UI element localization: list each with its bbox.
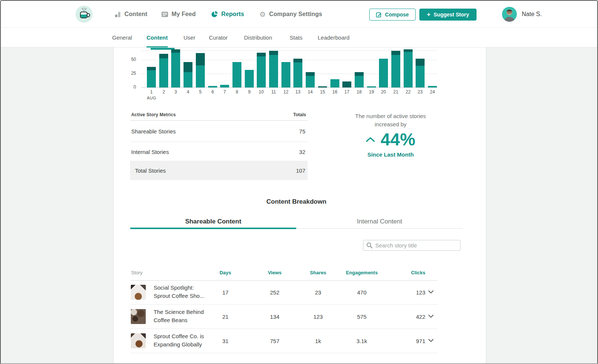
story-title: The Science BehindCoffee Beans xyxy=(154,308,204,324)
story-views: 757 xyxy=(260,329,290,353)
compose-button[interactable]: Compose xyxy=(369,9,416,21)
x-tick-label: 23 xyxy=(416,89,425,95)
x-tick-label: 6 xyxy=(208,89,217,95)
nav-item-my-feed[interactable]: My Feed xyxy=(161,1,196,28)
subtab-stats[interactable]: Stats xyxy=(290,28,302,47)
axis-baseline xyxy=(141,87,437,88)
reports-sub-navbar: General Content User Curator Distributio… xyxy=(1,28,598,47)
subtab-general[interactable]: General xyxy=(112,28,132,47)
subtab-user[interactable]: User xyxy=(184,28,195,47)
chevron-down-icon[interactable] xyxy=(428,290,434,294)
bar-day-2[interactable] xyxy=(159,54,168,87)
story-views: 134 xyxy=(260,305,290,329)
subtab-distribution[interactable]: Distribution xyxy=(244,28,272,47)
x-tick-label: 15 xyxy=(318,89,327,95)
tab-label: Shareable Content xyxy=(130,218,296,225)
bar-day-20[interactable] xyxy=(379,59,388,87)
x-tick-label: 12 xyxy=(281,89,290,95)
story-days: 21 xyxy=(210,305,240,329)
chevron-down-icon[interactable] xyxy=(428,314,434,318)
story-search-box xyxy=(363,240,460,251)
bar-day-15[interactable] xyxy=(318,86,327,87)
feed-icon xyxy=(161,12,168,17)
bar-day-21[interactable] xyxy=(391,51,400,87)
bar-day-23[interactable] xyxy=(416,59,425,87)
tab-shareable-content[interactable]: Shareable Content xyxy=(130,208,296,229)
user-name[interactable]: Nate S. xyxy=(522,11,542,18)
story-clicks: 123 xyxy=(388,280,425,305)
x-tick-label: 11 xyxy=(269,89,278,95)
stat-subtitle: Since Last Month xyxy=(335,151,447,158)
nav-item-content[interactable]: Content xyxy=(115,1,147,28)
brand-logo[interactable] xyxy=(75,6,93,23)
x-tick-label: 21 xyxy=(391,89,400,95)
content-breakdown-title: Content Breakdown xyxy=(130,198,463,206)
subtab-content[interactable]: Content xyxy=(147,28,168,47)
y-tick-label: 50 xyxy=(123,57,136,62)
story-title: Sprout Coffee Co. isExpanding Globally xyxy=(154,332,204,349)
metric-total-value: 107 xyxy=(296,167,305,174)
story-table-row[interactable]: Social Spotlight:Sprout Coffee Sho... 17… xyxy=(130,280,437,305)
bar-day-3[interactable] xyxy=(171,49,180,87)
divider xyxy=(130,142,308,142)
story-thumbnail xyxy=(131,309,146,324)
compose-icon xyxy=(376,12,382,18)
x-tick-label: 22 xyxy=(404,89,413,95)
bar-day-6[interactable] xyxy=(208,86,217,87)
bar-day-16[interactable] xyxy=(330,79,339,87)
search-input[interactable] xyxy=(375,242,460,249)
bar-day-13[interactable] xyxy=(293,59,302,87)
chevron-down-icon[interactable] xyxy=(428,339,434,342)
nav-label: Reports xyxy=(221,11,244,18)
x-axis-month-label: AUG xyxy=(147,96,156,100)
bar-day-4[interactable] xyxy=(184,62,192,87)
x-tick-label: 16 xyxy=(330,89,339,95)
metrics-total-row: Total Stories 107 xyxy=(130,161,308,180)
x-tick-label: 14 xyxy=(306,89,315,95)
nav-label: My Feed xyxy=(172,11,196,18)
metric-row-value: 32 xyxy=(299,149,305,155)
bar-day-8[interactable] xyxy=(232,62,241,87)
divider xyxy=(130,120,308,121)
x-tick-label: 18 xyxy=(355,89,364,95)
nav-item-reports[interactable]: Reports xyxy=(211,1,244,28)
metrics-totals-header: Totals xyxy=(293,112,306,117)
bar-day-11[interactable] xyxy=(269,51,278,87)
bar-day-12[interactable] xyxy=(281,62,290,87)
pie-chart-icon xyxy=(211,11,218,18)
story-engagements: 575 xyxy=(336,305,388,329)
x-tick-label: 7 xyxy=(220,89,229,95)
metric-row-value: 75 xyxy=(299,128,305,135)
x-tick-label: 9 xyxy=(245,89,254,95)
bar-day-1[interactable] xyxy=(147,67,156,87)
bar-day-19[interactable] xyxy=(367,86,376,87)
story-clicks: 422 xyxy=(388,305,425,329)
bar-day-24[interactable] xyxy=(428,86,437,87)
suggest-story-button[interactable]: + Suggest Story xyxy=(419,9,477,21)
subtab-curator[interactable]: Curator xyxy=(209,28,228,47)
nav-item-company-settings[interactable]: ⚙ Company Settings xyxy=(259,1,322,28)
bar-day-14[interactable] xyxy=(306,72,315,87)
story-engagements: 3.1k xyxy=(336,329,388,353)
user-avatar[interactable] xyxy=(502,7,517,22)
subtab-leaderboard[interactable]: Leaderboard xyxy=(318,28,349,47)
bar-day-5[interactable] xyxy=(196,53,205,87)
search-icon xyxy=(366,242,373,249)
tab-label: Internal Content xyxy=(296,218,463,225)
tab-internal-content[interactable]: Internal Content xyxy=(296,208,463,229)
bar-day-22[interactable] xyxy=(404,49,413,87)
bar-day-7[interactable] xyxy=(220,85,229,87)
bar-day-18[interactable] xyxy=(355,72,364,87)
x-tick-label: 3 xyxy=(171,89,180,95)
bar-day-10[interactable] xyxy=(257,53,266,87)
report-card: 02550 1234567891011121314151617181920212… xyxy=(113,47,486,364)
metric-row-label: Shareable Stories xyxy=(131,128,176,135)
story-shares: 23 xyxy=(303,280,333,305)
x-tick-label: 10 xyxy=(257,89,266,95)
bar-day-17[interactable] xyxy=(342,81,351,87)
bar-chart-icon xyxy=(115,11,121,18)
story-table-row[interactable]: Sprout Coffee Co. isExpanding Globally 3… xyxy=(130,329,437,353)
story-table-row[interactable]: The Science BehindCoffee Beans 21 134 12… xyxy=(130,305,437,329)
metrics-table-title: Active Story Metrics xyxy=(131,112,176,117)
bar-day-9[interactable] xyxy=(245,70,254,87)
